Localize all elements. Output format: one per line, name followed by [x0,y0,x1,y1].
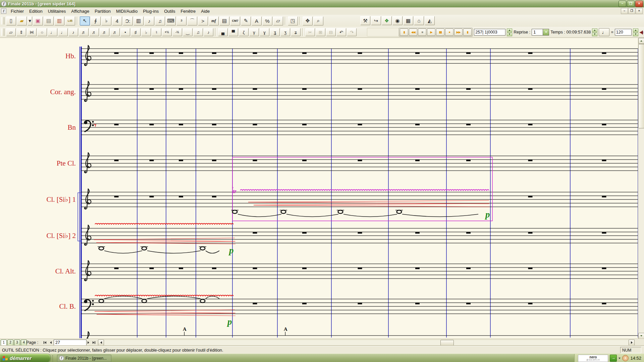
copy-button[interactable]: ⊞ [316,28,325,36]
dropdown-arrow-icon[interactable] [543,29,549,35]
whole-measure-rest[interactable] [114,88,119,90]
whole-measure-rest[interactable] [150,124,154,125]
lower-half-step-button[interactable]: -½ [172,28,182,36]
whole-measure-rest[interactable] [358,267,362,269]
new-document-button[interactable]: ▯ [6,16,16,25]
staff-tool-button[interactable]: ∮ [91,16,101,25]
sixty-fourth-rest-button[interactable]: ʒ [280,28,290,36]
tempo-field[interactable]: 120 [615,29,632,36]
tempo-note-button[interactable]: ♩ [599,28,609,36]
dynamic-piano[interactable]: p [485,209,490,220]
eraser-tool-button[interactable]: ▱ [6,28,16,36]
selection-tool-button[interactable]: ↖ [80,16,90,25]
fast-forward-button[interactable]: ▶▶ [454,28,463,36]
tray-dropdown-icon[interactable] [619,358,621,359]
crescendo-hairpin-line[interactable] [94,240,235,241]
staff-label[interactable]: Cl. Alt. [55,267,76,275]
whole-note[interactable] [338,210,343,214]
crescendo-hairpin-line[interactable] [248,200,489,202]
special-tools-button[interactable]: ✎ [241,16,251,25]
whole-measure-rest[interactable] [150,196,154,197]
whole-measure-rest[interactable] [179,52,183,54]
user-manual-button[interactable]: ▥ [54,16,64,25]
whole-measure-rest[interactable] [212,124,216,125]
finale-app-icon[interactable]: f [1,1,7,7]
clef-tool-button[interactable]: Ɔ: [123,16,133,25]
resize-tool-button[interactable]: % [262,16,272,25]
vertical-scroll-thumb[interactable] [638,44,644,128]
record-button[interactable]: ● [445,28,453,36]
tie-slur[interactable] [104,251,142,253]
whole-measure-rest[interactable] [358,88,362,90]
whole-measure-rest[interactable] [528,267,533,269]
tie-button[interactable]: ‿ [183,28,193,36]
toolbar-drag-handle-2[interactable] [1,28,4,36]
child-restore-button[interactable]: ❐ [628,8,635,14]
expression-tool-button[interactable]: mf [209,16,219,25]
whole-measure-rest[interactable] [466,52,471,54]
triplet-button[interactable]: ♫ [193,28,203,36]
nero-go-icon[interactable]: → [610,355,617,362]
whole-measure-rest[interactable] [466,124,471,125]
whole-measure-rest[interactable] [602,232,606,234]
child-minimize-button[interactable]: – [621,8,628,14]
hand-grabber-tool-button[interactable]: ✥ [303,16,313,25]
menu-plug-ins[interactable]: Plug-ins [140,8,161,14]
whole-measure-rest[interactable] [358,124,362,125]
hyperscribe-tool-button[interactable]: ⌨ [166,16,176,25]
open-file-button[interactable]: ▰ [17,16,27,25]
sharp-button[interactable]: ♯ [131,28,141,36]
tempo-spinner[interactable] [633,28,638,36]
whole-measure-rest[interactable] [212,88,216,90]
whole-measure-rest[interactable] [212,52,216,54]
whole-measure-rest[interactable] [528,303,533,304]
whole-note[interactable] [99,247,104,250]
whole-measure-rest[interactable] [466,267,471,269]
whole-measure-rest[interactable] [253,52,257,54]
whole-measure-rest[interactable] [302,52,307,54]
tie-slur[interactable] [147,251,201,253]
articulation-tool-button[interactable]: > [198,16,208,25]
child-close-button[interactable]: × [636,8,643,14]
score-canvas[interactable]: Hb.Cor. ang.BnPte Cl.Cl. [Si♭] 1Cl. [Si♭… [0,38,644,339]
close-button[interactable]: × [635,1,643,7]
whole-measure-rest[interactable] [358,232,362,234]
whole-measure-rest[interactable] [528,196,533,197]
whole-measure-rest[interactable] [466,232,471,234]
whole-measure-rest[interactable] [150,88,154,90]
whole-measure-rest[interactable] [528,52,533,54]
bass-clef-icon[interactable] [84,300,94,310]
staff-label[interactable]: Cl. B. [59,302,76,310]
whole-measure-rest[interactable] [253,267,257,269]
red-cautionary-mark[interactable] [94,124,96,127]
open-file-dropdown-button[interactable]: ▾ [28,16,32,25]
go-to-beginning-button[interactable]: ▮ [400,28,408,36]
whole-note[interactable] [232,210,237,214]
menu-affichage[interactable]: Affichage [68,8,92,14]
whole-measure-rest[interactable] [114,52,119,54]
whole-measure-rest[interactable] [179,160,183,161]
augmentation-dot-button[interactable]: • [120,28,130,36]
menu-utilitaires[interactable]: Utilitaires [45,8,68,14]
simple-entry-tool-button[interactable]: ♫ [155,16,165,25]
whole-measure-rest[interactable] [179,267,183,269]
whole-measure-rest[interactable] [212,267,216,269]
half-note-button[interactable]: ♩ [48,28,57,36]
save-button[interactable]: ▣ [33,16,43,25]
whole-note[interactable] [281,210,286,214]
scroll-right-icon[interactable] [629,340,635,346]
whole-measure-rest[interactable] [466,88,471,90]
whole-measure-rest[interactable] [253,303,257,304]
next-page-button[interactable] [86,340,91,345]
crescendo-hairpin-line[interactable] [254,203,490,205]
tie-slur[interactable] [402,214,478,217]
time-signature-tool-button[interactable]: 4 [112,16,122,25]
natural-button[interactable]: ♮ [152,28,161,36]
print-button[interactable]: ▤ [44,16,54,25]
text-tool-button[interactable]: A [252,16,262,25]
whole-note[interactable] [200,247,205,250]
reprise-dropdown[interactable]: 1 [532,29,549,36]
minimize-button[interactable]: – [619,1,626,7]
horizontal-scrollbar[interactable] [98,340,635,346]
whole-measure-rest[interactable] [602,196,606,197]
